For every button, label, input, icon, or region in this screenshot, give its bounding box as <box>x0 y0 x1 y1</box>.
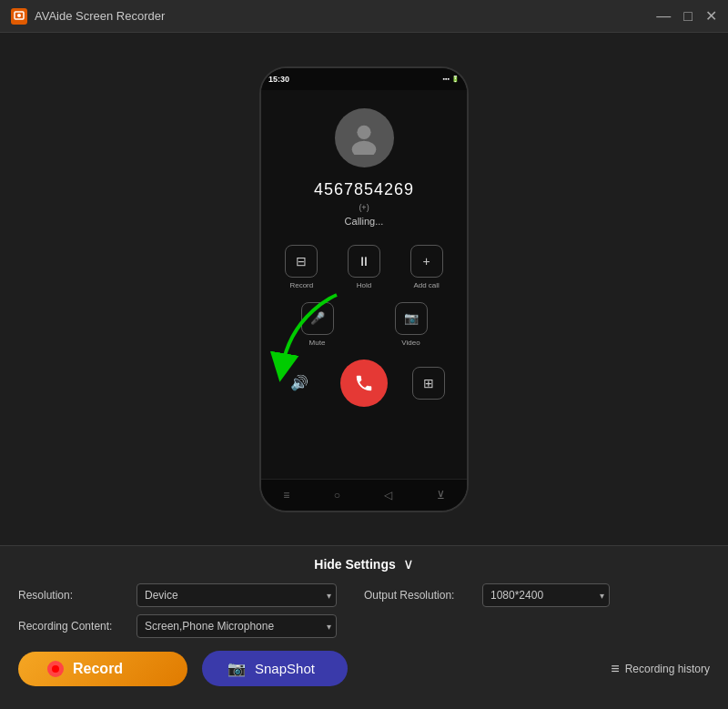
call-actions: ⊟ Record ⏸ Hold + Add call 🎤 M <box>270 245 458 407</box>
person-icon <box>347 120 381 155</box>
hide-settings-label: Hide Settings <box>314 557 395 572</box>
mute-circle-icon: 🎤 <box>301 302 334 335</box>
mute-action: 🎤 Mute <box>301 302 334 347</box>
volume-button: 🔊 <box>283 367 316 400</box>
nav-home-icon: ○ <box>334 489 340 501</box>
output-resolution-select[interactable]: 1080*2400 1080*1920 720*1280 <box>482 583 610 607</box>
recording-history-label: Recording history <box>625 663 710 675</box>
nav-back-icon: ◁ <box>384 489 392 501</box>
video-action: 📷 Video <box>395 302 428 347</box>
hold-label: Hold <box>357 281 371 289</box>
phone-status-bar: 15:30 ▪▪▪ 🔋 <box>261 68 467 90</box>
status-time: 15:30 <box>268 75 289 84</box>
addcall-action: + Add call <box>410 245 443 289</box>
status-icons: ▪▪▪ 🔋 <box>443 76 460 83</box>
chevron-down-icon: ∨ <box>403 555 414 572</box>
settings-panel: Hide Settings ∨ Resolution: Device Origi… <box>0 545 728 709</box>
mute-label: Mute <box>309 339 326 347</box>
recording-content-select-wrapper: Screen,Phone Microphone Screen Only Scre… <box>136 614 337 638</box>
minimize-button[interactable]: — <box>656 9 671 24</box>
hold-circle-icon: ⏸ <box>348 245 380 278</box>
output-resolution-select-wrapper: 1080*2400 1080*1920 720*1280 ▾ <box>482 583 610 607</box>
caller-avatar <box>335 108 394 167</box>
record-dot-icon <box>47 661 64 677</box>
addcall-circle-icon: + <box>410 245 443 278</box>
call-action-row-2: 🎤 Mute 📷 Video <box>270 302 458 347</box>
call-screen: 4567854269 (+) Calling... ⊟ Record ⏸ Hol… <box>261 90 467 479</box>
wifi-icon: 🔋 <box>451 76 460 83</box>
recording-content-select[interactable]: Screen,Phone Microphone Screen Only Scre… <box>136 614 337 638</box>
record-action: ⊟ Record <box>285 245 318 289</box>
resolution-select-wrapper: Device Original 1080p 720p ▾ <box>136 583 337 607</box>
recording-content-row: Recording Content: Screen,Phone Micropho… <box>18 614 710 638</box>
output-resolution-label: Output Resolution: <box>364 589 473 602</box>
recording-content-label: Recording Content: <box>18 620 127 633</box>
phone-mockup: 15:30 ▪▪▪ 🔋 4567854269 (+) Calling... <box>259 66 469 512</box>
svg-point-1 <box>17 14 21 17</box>
bottom-buttons: Record 📷 SnapShot ≡ Recording history <box>0 651 728 686</box>
record-button[interactable]: Record <box>18 652 187 686</box>
close-button[interactable]: ✕ <box>705 9 717 24</box>
snapshot-button[interactable]: 📷 SnapShot <box>202 651 348 686</box>
call-action-row-3: 🔊 ⊞ <box>270 360 458 407</box>
caller-number: 4567854269 <box>314 180 414 199</box>
record-label: Record <box>289 281 313 289</box>
call-action-row-1: ⊟ Record ⏸ Hold + Add call <box>270 245 458 289</box>
record-dot-inner <box>52 665 59 673</box>
maximize-button[interactable]: □ <box>683 9 693 24</box>
list-icon: ≡ <box>611 661 619 677</box>
hold-action: ⏸ Hold <box>348 245 380 289</box>
phone-nav-bar: ≡ ○ ◁ ⊻ <box>261 479 467 511</box>
camera-icon: 📷 <box>228 660 246 677</box>
app-title: AVAide Screen Recorder <box>35 9 165 23</box>
window-controls: — □ ✕ <box>656 9 717 24</box>
settings-rows: Resolution: Device Original 1080p 720p ▾… <box>0 580 728 647</box>
signal-icon: ▪▪▪ <box>443 76 450 82</box>
record-circle-icon: ⊟ <box>285 245 318 278</box>
record-label: Record <box>73 661 123 677</box>
svg-point-4 <box>352 141 377 155</box>
video-circle-icon: 📷 <box>395 302 428 335</box>
svg-point-3 <box>357 126 370 139</box>
end-call-button[interactable] <box>340 360 388 407</box>
main-preview-area: 15:30 ▪▪▪ 🔋 4567854269 (+) Calling... <box>0 33 728 545</box>
addcall-label: Add call <box>413 281 439 289</box>
app-icon <box>11 8 27 25</box>
snapshot-label: SnapShot <box>255 661 315 676</box>
resolution-label: Resolution: <box>18 589 127 602</box>
output-resolution-group: Output Resolution: 1080*2400 1080*1920 7… <box>364 583 610 607</box>
hide-settings-bar[interactable]: Hide Settings ∨ <box>0 546 728 580</box>
calling-status: Calling... <box>345 216 384 227</box>
nav-menu-icon: ≡ <box>283 489 289 501</box>
resolution-select[interactable]: Device Original 1080p 720p <box>136 583 337 607</box>
resolution-row: Resolution: Device Original 1080p 720p ▾… <box>18 583 710 607</box>
recording-history-button[interactable]: ≡ Recording history <box>611 661 710 677</box>
video-label: Video <box>401 339 420 347</box>
title-bar: AVAide Screen Recorder — □ ✕ <box>0 0 728 33</box>
title-bar-left: AVAide Screen Recorder <box>11 8 165 25</box>
keypad-button: ⊞ <box>412 367 445 400</box>
caller-sub: (+) <box>359 203 369 212</box>
nav-recent-icon: ⊻ <box>437 489 445 501</box>
